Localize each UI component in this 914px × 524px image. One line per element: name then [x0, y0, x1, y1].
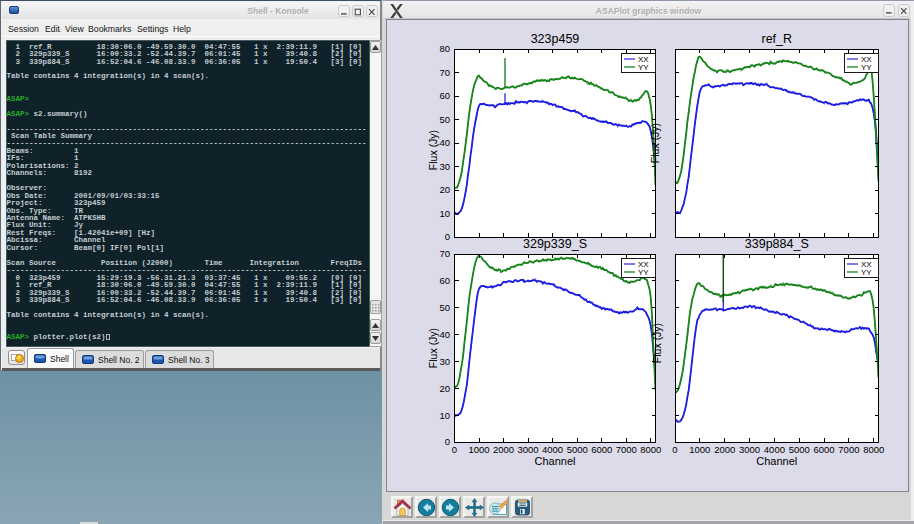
svg-text:0: 0 — [445, 231, 450, 242]
svg-text:6000: 6000 — [591, 444, 612, 455]
svg-text:50: 50 — [439, 114, 450, 125]
svg-text:8000: 8000 — [863, 444, 884, 455]
svg-text:30: 30 — [439, 356, 450, 367]
svg-text:Channel: Channel — [756, 455, 797, 467]
svg-text:50: 50 — [439, 302, 450, 313]
svg-text:6000: 6000 — [813, 444, 834, 455]
svg-text:70: 70 — [439, 248, 450, 259]
svg-text:Flux (Jy): Flux (Jy) — [427, 328, 439, 368]
svg-text:0: 0 — [445, 436, 450, 447]
svg-text:2000: 2000 — [714, 444, 735, 455]
svg-text:Flux (Jy): Flux (Jy) — [649, 123, 661, 163]
svg-text:0: 0 — [452, 444, 457, 455]
svg-text:30: 30 — [439, 161, 450, 172]
svg-text:60: 60 — [439, 275, 450, 286]
svg-text:5000: 5000 — [789, 444, 810, 455]
svg-text:70: 70 — [439, 67, 450, 78]
svg-text:40: 40 — [439, 329, 450, 340]
svg-text:YY: YY — [861, 268, 872, 277]
svg-text:2000: 2000 — [493, 444, 514, 455]
svg-text:10: 10 — [439, 410, 450, 421]
svg-text:10: 10 — [439, 208, 450, 219]
svg-text:20: 20 — [439, 383, 450, 394]
svg-text:80: 80 — [439, 43, 450, 54]
svg-text:3000: 3000 — [739, 444, 760, 455]
svg-text:7000: 7000 — [838, 444, 859, 455]
svg-text:339p884_S: 339p884_S — [745, 237, 809, 251]
svg-text:Channel: Channel — [535, 455, 576, 467]
svg-text:20: 20 — [439, 184, 450, 195]
svg-text:3000: 3000 — [518, 444, 539, 455]
svg-text:Flux (Jy): Flux (Jy) — [427, 130, 439, 170]
svg-text:4000: 4000 — [542, 444, 563, 455]
svg-text:YY: YY — [638, 63, 649, 72]
svg-text:60: 60 — [439, 90, 450, 101]
svg-text:4000: 4000 — [764, 444, 785, 455]
svg-text:5000: 5000 — [567, 444, 588, 455]
svg-text:323p459: 323p459 — [531, 32, 580, 46]
svg-text:7000: 7000 — [616, 444, 637, 455]
svg-text:0: 0 — [672, 444, 677, 455]
svg-text:Flux (Jy): Flux (Jy) — [651, 323, 663, 363]
svg-text:329p339_S: 329p339_S — [523, 237, 587, 251]
svg-text:40: 40 — [439, 137, 450, 148]
svg-text:YY: YY — [861, 63, 872, 72]
svg-text:1000: 1000 — [468, 444, 489, 455]
svg-text:ref_R: ref_R — [762, 32, 793, 46]
svg-text:8000: 8000 — [640, 444, 661, 455]
svg-text:1000: 1000 — [689, 444, 710, 455]
svg-text:YY: YY — [638, 268, 649, 277]
